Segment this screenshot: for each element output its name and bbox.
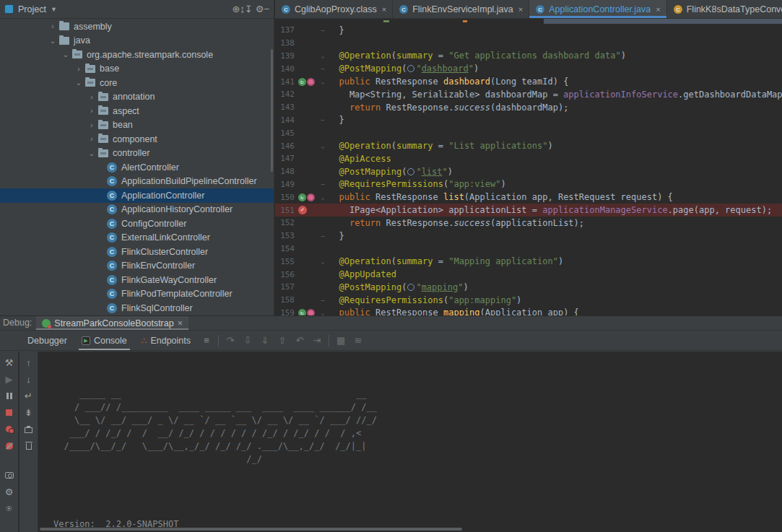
- clear-all-icon[interactable]: [21, 437, 37, 454]
- up-stack-trace-icon[interactable]: ↑: [21, 354, 37, 371]
- step-into-icon[interactable]: ⇩: [239, 335, 256, 346]
- code-line[interactable]: 146⌄ @Operation(summary = "List applicat…: [275, 139, 782, 152]
- line-number[interactable]: 152: [275, 218, 297, 227]
- tree-item-applicationhistorycontroller[interactable]: CApplicationHistoryController: [0, 203, 274, 217]
- fold-open-icon[interactable]: ⌄: [317, 52, 329, 59]
- tab-console[interactable]: ▶Console: [74, 331, 134, 350]
- select-opened-file-icon[interactable]: ⊕: [232, 4, 240, 14]
- fold-end-icon[interactable]: −: [317, 27, 329, 34]
- chevron-right-icon[interactable]: ›: [85, 107, 98, 115]
- code-line[interactable]: 144− }: [275, 114, 782, 127]
- project-view-selector[interactable]: Project ▼: [4, 4, 57, 14]
- line-number[interactable]: 159: [275, 308, 297, 315]
- tree-item-flinkclustercontroller[interactable]: CFlinkClusterController: [0, 245, 274, 259]
- code-line[interactable]: 148 @PostMapping("list"): [275, 165, 782, 178]
- tree-item-controller[interactable]: ⌄controller: [0, 147, 274, 161]
- line-number[interactable]: 147: [275, 154, 297, 163]
- code-line[interactable]: 152 return RestResponse.success(applicat…: [275, 217, 782, 230]
- chevron-down-icon[interactable]: ⌄: [46, 37, 59, 45]
- chevron-right-icon[interactable]: ›: [85, 135, 98, 143]
- code-line[interactable]: 158− @RequiresPermissions("app:mapping"): [275, 294, 782, 307]
- tree-item-assembly[interactable]: ›assembly: [0, 19, 274, 34]
- code-line[interactable]: 147 @ApiAccess: [275, 152, 782, 165]
- tree-item-flinkenvcontroller[interactable]: CFlinkEnvController: [0, 259, 274, 274]
- tab-flinkk8sdatatypeconverter-scala[interactable]: CFlinkK8sDataTypeConverter.scala×: [667, 0, 782, 18]
- code-line[interactable]: 153− }: [275, 230, 782, 243]
- tab-debugger[interactable]: Debugger: [20, 331, 74, 350]
- view-breakpoints-icon[interactable]: ▦: [332, 335, 349, 346]
- stop-icon[interactable]: [1, 404, 17, 421]
- line-number[interactable]: 141: [275, 77, 297, 87]
- settings-icon[interactable]: ⚙: [256, 4, 264, 14]
- line-number[interactable]: 140: [275, 64, 297, 74]
- tree-item-externallinkcontroller[interactable]: CExternalLinkController: [0, 231, 274, 245]
- code-line[interactable]: 149− @RequiresPermissions("app:view"): [275, 178, 782, 191]
- tree-item-org-apache-streampark-console[interactable]: ⌄org.apache.streampark.console: [0, 48, 274, 62]
- fold-end-icon[interactable]: −: [317, 65, 329, 72]
- code-line[interactable]: 141↻⌄ public RestResponse dashboard(Long…: [275, 75, 782, 88]
- pause-program-icon[interactable]: [1, 388, 17, 404]
- code-line[interactable]: 143 return RestResponse.success(dashboar…: [275, 101, 782, 114]
- code-line[interactable]: 139⌄ @Operation(summary = "Get applicati…: [275, 50, 782, 63]
- tree-item-annotation[interactable]: ›annotation: [0, 90, 274, 105]
- chevron-right-icon[interactable]: ›: [85, 93, 98, 101]
- code-editor[interactable]: 137− }138139⌄ @Operation(summary = "Get …: [275, 19, 782, 315]
- chevron-right-icon[interactable]: ›: [72, 65, 85, 73]
- chevron-down-icon[interactable]: ⌄: [59, 51, 72, 58]
- step-out-icon[interactable]: ⇧: [274, 335, 291, 346]
- code-line[interactable]: 138: [275, 37, 782, 50]
- resume-program-icon[interactable]: ▶: [1, 371, 17, 388]
- soft-wrap-icon[interactable]: ↵: [21, 388, 37, 404]
- tree-item-flinkgatewaycontroller[interactable]: CFlinkGateWayController: [0, 273, 274, 287]
- run-to-cursor-icon[interactable]: ⇥: [308, 335, 326, 346]
- drop-frame-icon[interactable]: ↶: [291, 335, 308, 346]
- code-line[interactable]: 145: [275, 126, 782, 139]
- tree-item-component[interactable]: ›component: [0, 132, 274, 147]
- line-number[interactable]: 138: [275, 38, 297, 48]
- fold-open-icon[interactable]: ⌄: [317, 309, 329, 315]
- tree-item-applicationbuildpipelinecontroller[interactable]: CApplicationBuildPipelineController: [0, 175, 274, 189]
- close-icon[interactable]: ×: [656, 5, 660, 14]
- code-line[interactable]: 142 Map<String, Serializable> dashboardM…: [275, 88, 782, 101]
- fold-end-icon[interactable]: −: [317, 180, 329, 188]
- modify-run-configuration-icon[interactable]: ⚒: [1, 354, 17, 371]
- openapi-gutter-icon[interactable]: [307, 193, 315, 201]
- line-number[interactable]: 154: [275, 244, 297, 253]
- line-number[interactable]: 139: [275, 51, 297, 61]
- code-line[interactable]: 157 @PostMapping("mapping"): [275, 281, 782, 294]
- endpoint-gutter-icon[interactable]: ↻: [298, 309, 306, 315]
- fold-end-icon[interactable]: −: [317, 116, 329, 123]
- chevron-right-icon[interactable]: ›: [85, 121, 98, 129]
- breakpoint-verified-icon[interactable]: ✓: [298, 206, 307, 214]
- line-number[interactable]: 156: [275, 270, 297, 279]
- line-number[interactable]: 155: [275, 257, 297, 266]
- code-line[interactable]: 150↻⌄ public RestResponse list(Applicati…: [275, 191, 782, 204]
- line-number[interactable]: 143: [275, 103, 297, 112]
- line-number[interactable]: 146: [275, 141, 297, 151]
- line-number[interactable]: 150: [275, 193, 297, 202]
- force-step-into-icon[interactable]: ⇓: [256, 335, 274, 346]
- tree-item-bean[interactable]: ›bean: [0, 118, 274, 133]
- tree-item-java[interactable]: ⌄java: [0, 34, 274, 48]
- tree-item-configcontroller[interactable]: CConfigController: [0, 217, 274, 231]
- scroll-to-end-icon[interactable]: ⇟: [21, 404, 37, 421]
- close-icon[interactable]: ×: [518, 5, 523, 14]
- fold-open-icon[interactable]: ⌄: [317, 258, 329, 265]
- collapse-all-icon[interactable]: ↧: [245, 4, 253, 14]
- chevron-down-icon[interactable]: ⌄: [85, 149, 98, 157]
- close-icon[interactable]: ×: [178, 318, 183, 328]
- close-icon[interactable]: ×: [382, 5, 386, 14]
- line-number[interactable]: 142: [275, 90, 297, 99]
- endpoint-gutter-icon[interactable]: ↻: [298, 193, 306, 201]
- line-number[interactable]: 157: [275, 282, 297, 292]
- chevron-right-icon[interactable]: ›: [46, 22, 59, 30]
- line-number[interactable]: 137: [275, 25, 297, 35]
- tab-applicationcontroller-java[interactable]: CApplicationController.java×: [529, 0, 667, 18]
- thread-dump-icon[interactable]: [1, 467, 17, 484]
- tree-scrollbar[interactable]: [271, 49, 273, 172]
- line-number[interactable]: 151: [275, 206, 297, 215]
- hide-tool-window-icon[interactable]: −: [264, 4, 269, 14]
- tree-item-applicationcontroller[interactable]: CApplicationController: [0, 188, 274, 203]
- tree-item-base[interactable]: ›base: [0, 62, 274, 77]
- code-line[interactable]: 137− }: [275, 24, 782, 37]
